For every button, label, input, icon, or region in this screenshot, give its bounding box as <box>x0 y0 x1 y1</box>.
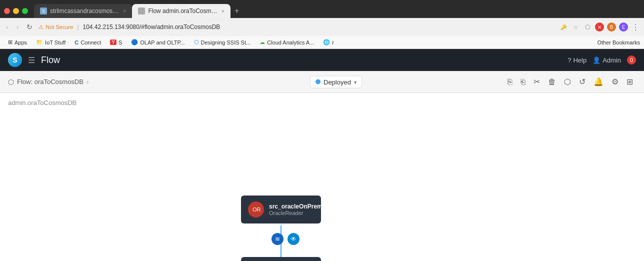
source-node-type: OracleReader <box>269 210 322 216</box>
oracle-icon: ORA <box>248 202 264 218</box>
maximize-traffic-light[interactable] <box>22 8 28 14</box>
tab-2-favicon <box>138 8 145 14</box>
person-icon: 👤 <box>592 56 600 64</box>
export-button[interactable]: ⬡ <box>561 75 574 88</box>
minimize-traffic-light[interactable] <box>13 8 19 14</box>
olap-icon: 🔵 <box>131 39 138 46</box>
toolbar-actions: ⎘ ⎗ ✂ 🗑 ⬡ ↺ 🔔 ⚙ ⊞ <box>504 75 636 88</box>
grid-button[interactable]: ⊞ <box>624 75 636 88</box>
svg-text:ORA: ORA <box>252 206 261 212</box>
help-button[interactable]: ? Help <box>568 56 586 64</box>
bookmark-olap[interactable]: 🔵 OLAP and OLTP... <box>127 38 188 46</box>
connect-icon: C <box>74 40 78 46</box>
tab-2-title: Flow admin.oraToCosmosDB <box>148 8 218 14</box>
copy-button[interactable]: ⎘ <box>504 76 516 88</box>
link-button[interactable]: ✂ <box>530 75 543 88</box>
extensions-icon[interactable]: ⬡ <box>583 22 592 32</box>
admin-label: Admin <box>602 56 621 64</box>
bookmark-r[interactable]: 🌐 r <box>319 38 338 46</box>
address-bar: ‹ › ↻ ⚠ Not Secure | 🔑 ☆ ⬡ ✕ B E ⋮ <box>0 18 644 36</box>
forward-button[interactable]: › <box>14 22 21 32</box>
deployed-button[interactable]: Deployed ▾ <box>310 76 362 88</box>
close-traffic-light[interactable] <box>4 8 10 14</box>
deployed-caret-icon: ▾ <box>354 79 356 84</box>
designing-icon: ⬡ <box>194 39 199 46</box>
bookmark-designing-label: Designing SSIS St... <box>201 40 251 46</box>
browser-tab-2[interactable]: Flow admin.oraToCosmosDB × <box>132 4 230 18</box>
bookmark-iot-label: IoT Stuff <box>45 40 66 46</box>
help-circle-icon: ? <box>568 56 571 64</box>
security-icon: ⚠ <box>38 24 44 30</box>
source-node[interactable]: ORA src_oracleOnPrem OracleReader <box>241 196 321 224</box>
flow-icon: ⬡ <box>8 78 14 86</box>
bookmark-iot[interactable]: 📁 IoT Stuff <box>32 38 70 46</box>
deployed-status-dot <box>316 80 320 84</box>
browser-actions: 🔑 ☆ ⬡ ✕ B E ⋮ <box>559 22 640 32</box>
header-right: ? Help 👤 Admin 0 <box>568 56 636 64</box>
browser-tab-1[interactable]: S strlimcassandracosmos - Data... × <box>34 4 132 18</box>
history-button[interactable]: ↺ <box>576 75 588 88</box>
security-warning: ⚠ Not Secure <box>38 24 73 30</box>
target-node[interactable]: tgt_cosmosDBCassandra DatabaseWriter <box>241 257 321 261</box>
menu-icon[interactable]: ⋮ <box>631 22 640 32</box>
breadcrumb-chevron: › <box>86 78 88 86</box>
s-icon: Y <box>110 40 116 45</box>
bookmark-cloud-label: Cloud Analytics A... <box>267 40 314 46</box>
canvas: admin.oraToCosmosDB ORA src_oracleOnPrem… <box>0 93 644 261</box>
url-separator: | <box>77 24 78 30</box>
bookmark-designing[interactable]: ⬡ Designing SSIS St... <box>190 38 255 46</box>
app: S ☰ Flow ? Help 👤 Admin 0 ⬡ Flow: oraToC… <box>0 49 644 261</box>
bookmark-s-label: S <box>118 40 122 46</box>
help-label: Help <box>573 56 586 64</box>
star-icon[interactable]: ☆ <box>571 22 580 32</box>
r-icon: 🌐 <box>323 39 330 46</box>
admin-button[interactable]: 👤 Admin <box>592 56 621 64</box>
bookmark-s[interactable]: Y S <box>106 38 126 46</box>
folder-icon-iot: 📁 <box>36 39 43 46</box>
tab-1-close[interactable]: × <box>123 8 126 14</box>
deployed-label: Deployed <box>324 78 351 86</box>
other-bookmarks[interactable]: Other Bookmarks <box>597 40 640 46</box>
source-node-name: src_oracleOnPrem <box>269 203 322 210</box>
tab-1-title: strlimcassandracosmos - Data... <box>50 8 120 14</box>
eye-connector-icon[interactable]: 👁 <box>288 233 300 245</box>
breadcrumb-text: Flow: oraToCosmosDB <box>17 78 84 86</box>
brave-icon[interactable]: B <box>607 22 616 32</box>
key-icon[interactable]: 🔑 <box>559 22 568 32</box>
new-tab-button[interactable]: + <box>232 6 241 16</box>
url-input[interactable] <box>83 24 556 30</box>
bookmark-apps-label: Apps <box>14 40 27 46</box>
delete-button[interactable]: 🗑 <box>545 76 559 88</box>
canvas-label: admin.oraToCosmosDB <box>8 99 76 106</box>
cloud-icon: ☁ <box>260 39 265 46</box>
app-title: Flow <box>41 55 562 66</box>
bookmark-connect-label: Connect <box>80 40 101 46</box>
connector-icons: ≋ 👁 <box>272 233 300 245</box>
reload-button[interactable]: ↻ <box>24 22 34 32</box>
app-logo: S <box>8 53 22 67</box>
settings-button[interactable]: ⚙ <box>608 75 622 88</box>
deployed-container: Deployed ▾ Undeploy App Start App <box>310 76 362 88</box>
bookmark-cloud[interactable]: ☁ Cloud Analytics A... <box>256 38 318 46</box>
bookmarks-bar: ⊞ Apps 📁 IoT Stuff C Connect Y S 🔵 OLAP … <box>0 36 644 49</box>
tab-2-close[interactable]: × <box>221 8 224 14</box>
bookmark-connect[interactable]: C Connect <box>70 38 105 46</box>
apps-grid-icon: ⊞ <box>8 39 12 46</box>
browser-chrome: S strlimcassandracosmos - Data... × Flow… <box>0 0 644 49</box>
breadcrumb: ⬡ Flow: oraToCosmosDB › <box>8 78 500 86</box>
bookmark-apps[interactable]: ⊞ Apps <box>4 38 31 46</box>
bookmark-olap-label: OLAP and OLTP... <box>140 40 184 46</box>
tab-1-favicon: S <box>40 8 47 14</box>
adblocker-icon[interactable]: ✕ <box>595 22 604 32</box>
paste-button[interactable]: ⎗ <box>518 76 528 88</box>
source-node-text: src_oracleOnPrem OracleReader <box>269 203 322 216</box>
app-header: S ☰ Flow ? Help 👤 Admin 0 <box>0 49 644 71</box>
back-button[interactable]: ‹ <box>4 22 10 32</box>
hamburger-button[interactable]: ☰ <box>28 56 35 65</box>
stream-connector-icon[interactable]: ≋ <box>272 233 284 245</box>
notifications-badge[interactable]: 0 <box>627 56 636 64</box>
traffic-lights <box>4 8 28 14</box>
profile-icon[interactable]: E <box>619 22 628 32</box>
notifications-button[interactable]: 🔔 <box>590 75 606 88</box>
tab-bar: S strlimcassandracosmos - Data... × Flow… <box>0 0 644 18</box>
